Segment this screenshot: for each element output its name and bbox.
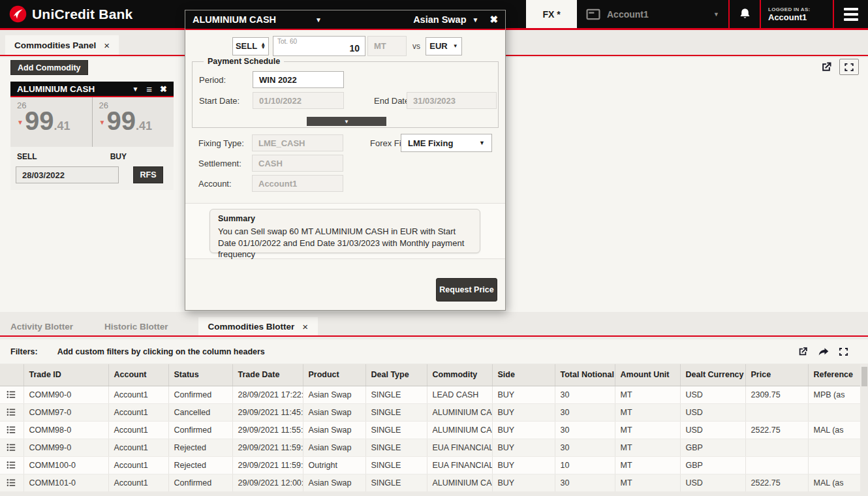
blotter-tab-bar: Activity Blotter Historic Blotter Commod… bbox=[0, 317, 868, 337]
schedule-expander-button[interactable]: ▼ bbox=[307, 117, 386, 126]
cell: 29/09/2021 11:59: bbox=[232, 439, 303, 456]
cell: Account1 bbox=[108, 403, 168, 421]
row-menu-icon[interactable] bbox=[0, 474, 23, 491]
stepper-icon[interactable]: ▲▼ bbox=[260, 43, 266, 50]
buy-price-tile[interactable]: 26 ▼ 99 .41 bbox=[93, 97, 174, 147]
column-header[interactable]: Product bbox=[303, 364, 365, 386]
open-new-window-icon[interactable] bbox=[797, 346, 809, 358]
payment-schedule-fieldset: Payment Schedule Period: WIN 2022 Start … bbox=[192, 61, 499, 128]
quantity-value: 10 bbox=[349, 43, 360, 54]
cell: USD bbox=[680, 474, 745, 491]
cell: SINGLE bbox=[365, 439, 427, 456]
cell: Asian Swap bbox=[303, 421, 365, 439]
fixing-type-input: LME_CASH bbox=[252, 134, 343, 151]
currency-dropdown[interactable]: EUR ▼ bbox=[426, 37, 462, 55]
close-icon[interactable]: ✖ bbox=[160, 84, 167, 94]
forex-fixing-value: LME Fixing bbox=[408, 138, 453, 148]
table-row[interactable]: COMM101-0Account1Confirmed29/09/2021 12:… bbox=[0, 474, 860, 491]
fx-tab[interactable]: FX * bbox=[526, 0, 577, 28]
notifications-button[interactable] bbox=[728, 0, 760, 28]
period-input[interactable]: WIN 2022 bbox=[253, 71, 344, 88]
row-menu-icon[interactable] bbox=[0, 421, 23, 439]
table-row[interactable]: COMM98-0Account1Confirmed29/09/2021 11:5… bbox=[0, 421, 860, 439]
sell-price-tile[interactable]: 26 ▼ 99 .41 bbox=[10, 97, 93, 147]
chevron-down-icon: ▼ bbox=[344, 119, 349, 125]
summary-title: Summary bbox=[218, 214, 472, 223]
cell: MPB (as bbox=[808, 386, 860, 403]
cell: SINGLE bbox=[365, 386, 427, 403]
table-row[interactable]: COMM100-0Account1Rejected29/09/2021 11:5… bbox=[0, 456, 860, 474]
table-scrollbar[interactable] bbox=[860, 364, 868, 496]
tab-historic-blotter[interactable]: Historic Blotter bbox=[104, 317, 168, 335]
widget-header-icons: ▼ ≡ ✖ bbox=[132, 84, 167, 95]
cell: MAL (as bbox=[808, 421, 860, 439]
chevron-down-icon[interactable]: ▼ bbox=[315, 16, 322, 23]
logged-in-label: LOGGED IN AS: bbox=[768, 7, 826, 12]
column-header[interactable]: Commodity bbox=[427, 364, 492, 386]
close-icon[interactable]: × bbox=[104, 40, 110, 51]
cell: 30 bbox=[555, 386, 615, 403]
quantity-input[interactable]: Tot. 60 10 bbox=[273, 36, 365, 56]
app-root: UniCredit Bank FX * Account1 ▼ LOGGED IN… bbox=[0, 0, 868, 496]
tab-activity-blotter[interactable]: Activity Blotter bbox=[10, 317, 73, 335]
request-price-button[interactable]: Request Price bbox=[436, 278, 497, 302]
fullscreen-icon[interactable] bbox=[839, 59, 859, 75]
rfs-button[interactable]: RFS bbox=[133, 166, 163, 183]
add-commodity-button[interactable]: Add Commodity bbox=[10, 60, 88, 75]
cell: SINGLE bbox=[365, 474, 427, 491]
close-icon[interactable]: ✖ bbox=[489, 14, 498, 25]
fullscreen-icon[interactable] bbox=[839, 347, 848, 356]
widget-menu-icon[interactable]: ≡ bbox=[146, 84, 152, 95]
sell-label: SELL bbox=[17, 152, 37, 161]
tab-label: Commodities Panel bbox=[14, 40, 96, 50]
row-menu-icon[interactable] bbox=[0, 456, 23, 474]
fx-tab-label: FX * bbox=[542, 9, 560, 20]
table-row[interactable]: COMM90-0Account1Confirmed28/09/2021 17:2… bbox=[0, 386, 860, 403]
table-row[interactable]: COMM97-0Account1Cancelled29/09/2021 11:4… bbox=[0, 403, 860, 421]
column-header[interactable]: Reference bbox=[808, 364, 860, 386]
column-header[interactable]: Side bbox=[492, 364, 555, 386]
cell: Outright bbox=[303, 456, 365, 474]
chevron-down-icon[interactable]: ▼ bbox=[473, 16, 479, 23]
cell: MT bbox=[615, 386, 680, 403]
account-selector[interactable]: Account1 ▼ bbox=[577, 0, 728, 28]
cell bbox=[745, 456, 808, 474]
close-icon[interactable]: × bbox=[302, 321, 308, 332]
column-header[interactable]: Deal Type bbox=[365, 364, 427, 386]
scrollbar-thumb[interactable] bbox=[861, 367, 867, 386]
tenor-date-input[interactable]: 28/03/2022 bbox=[16, 166, 119, 183]
cell: BUY bbox=[492, 474, 555, 491]
main-menu-button[interactable] bbox=[833, 0, 868, 28]
tab-commodities-panel[interactable]: Commodities Panel × bbox=[5, 35, 119, 55]
table-row[interactable]: COMM99-0Account1Rejected29/09/2021 11:59… bbox=[0, 439, 860, 456]
column-header[interactable]: Trade Date bbox=[232, 364, 303, 386]
column-header[interactable]: Amount Unit bbox=[615, 364, 680, 386]
forex-fixing-dropdown[interactable]: LME Fixing ▼ bbox=[401, 134, 492, 152]
cell: 28/09/2021 17:22: bbox=[232, 386, 303, 403]
cell: ALUMINIUM CASH bbox=[427, 421, 492, 439]
share-icon[interactable] bbox=[818, 347, 829, 357]
buy-price-big: 99 bbox=[106, 108, 136, 134]
column-header[interactable]: Price bbox=[745, 364, 808, 386]
blotter-table-body: COMM90-0Account1Confirmed28/09/2021 17:2… bbox=[0, 386, 860, 491]
side-stepper[interactable]: SELL ▲▼ bbox=[232, 37, 269, 55]
row-menu-icon[interactable] bbox=[0, 439, 23, 456]
column-header[interactable]: Total Notional Qu bbox=[555, 364, 615, 386]
column-header[interactable]: Trade ID bbox=[23, 364, 108, 386]
chevron-down-icon[interactable]: ▼ bbox=[132, 85, 138, 93]
cell: Confirmed bbox=[168, 421, 232, 439]
row-menu-icon[interactable] bbox=[0, 386, 23, 403]
cell: Asian Swap bbox=[303, 474, 365, 491]
column-header[interactable]: Status bbox=[168, 364, 232, 386]
tab-commodities-blotter[interactable]: Commodities Blotter × bbox=[198, 317, 318, 335]
summary-band: Summary You can Sell swap 60 MT ALUMINIU… bbox=[185, 203, 505, 259]
column-header[interactable]: Dealt Currency bbox=[680, 364, 745, 386]
column-header[interactable]: Account bbox=[108, 364, 168, 386]
currency-value: EUR bbox=[429, 41, 447, 51]
open-new-window-icon[interactable] bbox=[820, 61, 833, 74]
cell: SINGLE bbox=[365, 456, 427, 474]
cell: Account1 bbox=[108, 474, 168, 491]
product-selector[interactable]: Asian Swap bbox=[413, 14, 466, 25]
row-menu-icon[interactable] bbox=[0, 403, 23, 421]
cell: 30 bbox=[555, 474, 615, 491]
